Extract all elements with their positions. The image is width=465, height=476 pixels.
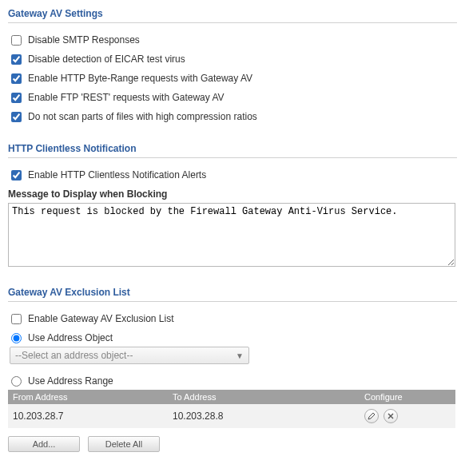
label-enable-exclusion: Enable Gateway AV Exclusion List — [28, 313, 174, 324]
checkbox-enable-clientless-alerts[interactable] — [11, 170, 22, 180]
delete-icon[interactable] — [384, 409, 398, 423]
section-title-av-settings: Gateway AV Settings — [8, 8, 457, 23]
table-row: 10.203.28.7 10.203.28.8 — [8, 404, 455, 428]
label-use-address-object: Use Address Object — [28, 332, 113, 343]
label-disable-eicar: Disable detection of EICAR test virus — [28, 54, 185, 65]
label-http-byterange: Enable HTTP Byte-Range requests with Gat… — [28, 73, 252, 84]
section-title-exclusion: Gateway AV Exclusion List — [8, 287, 457, 302]
radio-use-address-range[interactable] — [11, 376, 22, 387]
section-title-clientless: HTTP Clientless Notification — [8, 143, 457, 158]
select-address-object-value: --Select an address object-- — [15, 350, 133, 361]
col-from-address: From Address — [8, 390, 168, 404]
checkbox-ftp-rest[interactable] — [11, 93, 22, 103]
textarea-blocking-message[interactable] — [8, 203, 455, 267]
add-button[interactable]: Add... — [8, 436, 80, 452]
delete-all-button[interactable]: Delete All — [88, 436, 160, 452]
label-ftp-rest: Enable FTP 'REST' requests with Gateway … — [28, 92, 225, 103]
col-configure: Configure — [360, 390, 455, 404]
checkbox-enable-exclusion[interactable] — [11, 314, 22, 324]
checkbox-disable-eicar[interactable] — [11, 54, 22, 65]
edit-icon[interactable] — [364, 409, 379, 423]
chevron-down-icon: ▼ — [236, 351, 244, 360]
checkbox-disable-smtp[interactable] — [11, 35, 22, 46]
radio-use-address-object[interactable] — [11, 333, 22, 343]
checkbox-skip-compression[interactable] — [11, 112, 22, 122]
col-to-address: To Address — [168, 390, 360, 404]
label-skip-compression: Do not scan parts of files with high com… — [28, 111, 257, 122]
address-range-table: From Address To Address Configure 10.203… — [8, 390, 455, 428]
checkbox-http-byterange[interactable] — [11, 73, 22, 84]
label-enable-clientless-alerts: Enable HTTP Clientless Notification Aler… — [28, 169, 206, 180]
label-message-blocking: Message to Display when Blocking — [8, 188, 457, 200]
label-disable-smtp: Disable SMTP Responses — [28, 34, 140, 46]
cell-to-address: 10.203.28.8 — [168, 404, 360, 428]
cell-from-address: 10.203.28.7 — [8, 404, 168, 428]
select-address-object[interactable]: --Select an address object-- ▼ — [10, 347, 249, 364]
label-use-address-range: Use Address Range — [28, 375, 113, 387]
